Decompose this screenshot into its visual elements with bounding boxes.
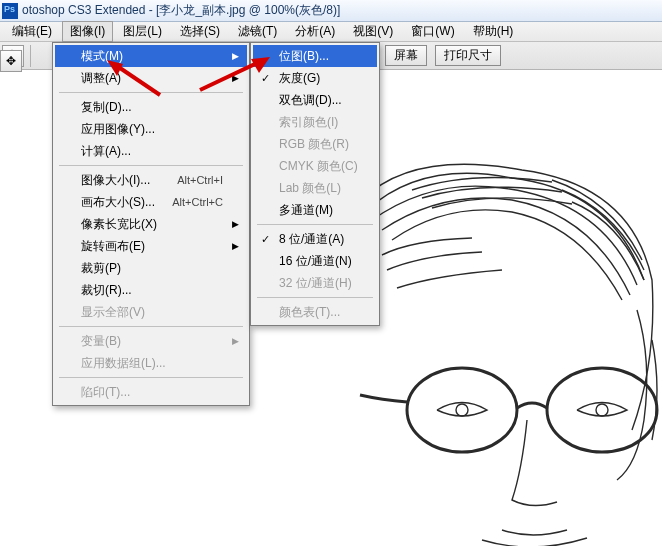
svg-point-4 — [456, 404, 468, 416]
menu-item-rgb: RGB 颜色(R) — [253, 133, 377, 155]
menu-item-color-table: 颜色表(T)... — [253, 301, 377, 323]
fit-screen-button[interactable]: 屏幕 — [385, 45, 427, 66]
app-icon — [2, 3, 18, 19]
menu-item-label: 8 位/通道(A) — [279, 231, 344, 248]
menu-item-label: CMYK 颜色(C) — [279, 158, 358, 175]
menu-help[interactable]: 帮助(H) — [465, 21, 522, 42]
menu-separator — [59, 165, 243, 166]
menu-item-label: 陷印(T)... — [81, 384, 130, 401]
menu-image[interactable]: 图像(I) — [62, 21, 113, 42]
menu-item-16bit[interactable]: 16 位/通道(N) — [253, 250, 377, 272]
menu-item-mode[interactable]: 模式(M) ▶ — [55, 45, 247, 67]
menu-bar: 编辑(E) 图像(I) 图层(L) 选择(S) 滤镜(T) 分析(A) 视图(V… — [0, 22, 662, 42]
menu-item-trap: 陷印(T)... — [55, 381, 247, 403]
menu-item-label: 图像大小(I)... — [81, 172, 150, 189]
window-title: otoshop CS3 Extended - [李小龙_副本.jpg @ 100… — [22, 2, 340, 19]
menu-separator — [59, 326, 243, 327]
svg-point-2 — [407, 368, 517, 452]
submenu-arrow-icon: ▶ — [232, 73, 239, 83]
menu-item-grayscale[interactable]: ✓ 灰度(G) — [253, 67, 377, 89]
checkmark-icon: ✓ — [261, 233, 270, 246]
menu-shortcut: Alt+Ctrl+C — [172, 196, 223, 208]
menu-item-label: 复制(D)... — [81, 99, 132, 116]
menu-item-rotate-canvas[interactable]: 旋转画布(E) ▶ — [55, 235, 247, 257]
menu-item-label: 颜色表(T)... — [279, 304, 340, 321]
menu-item-32bit: 32 位/通道(H) — [253, 272, 377, 294]
menu-item-label: 32 位/通道(H) — [279, 275, 352, 292]
menu-item-label: 模式(M) — [81, 48, 123, 65]
menu-item-label: 画布大小(S)... — [81, 194, 155, 211]
menu-item-lab: Lab 颜色(L) — [253, 177, 377, 199]
menu-separator — [257, 297, 373, 298]
menu-item-label: RGB 颜色(R) — [279, 136, 349, 153]
menu-window[interactable]: 窗口(W) — [403, 21, 462, 42]
menu-separator — [257, 224, 373, 225]
menu-item-label: 变量(B) — [81, 333, 121, 350]
menu-item-label: 裁切(R)... — [81, 282, 132, 299]
menu-item-label: 16 位/通道(N) — [279, 253, 352, 270]
menu-separator — [59, 92, 243, 93]
menu-item-label: 应用图像(Y)... — [81, 121, 155, 138]
menu-item-duotone[interactable]: 双色调(D)... — [253, 89, 377, 111]
submenu-arrow-icon: ▶ — [232, 336, 239, 346]
mode-submenu: 位图(B)... ✓ 灰度(G) 双色调(D)... 索引颜色(I) RGB 颜… — [250, 42, 380, 326]
menu-analysis[interactable]: 分析(A) — [287, 21, 343, 42]
menu-select[interactable]: 选择(S) — [172, 21, 228, 42]
menu-item-image-size[interactable]: 图像大小(I)... Alt+Ctrl+I — [55, 169, 247, 191]
menu-item-cmyk: CMYK 颜色(C) — [253, 155, 377, 177]
menu-item-label: Lab 颜色(L) — [279, 180, 341, 197]
menu-item-label: 应用数据组(L)... — [81, 355, 166, 372]
submenu-arrow-icon: ▶ — [232, 51, 239, 61]
menu-item-canvas-size[interactable]: 画布大小(S)... Alt+Ctrl+C — [55, 191, 247, 213]
print-size-button[interactable]: 打印尺寸 — [435, 45, 501, 66]
checkmark-icon: ✓ — [261, 72, 270, 85]
menu-separator — [59, 377, 243, 378]
menu-layer[interactable]: 图层(L) — [115, 21, 170, 42]
menu-view[interactable]: 视图(V) — [345, 21, 401, 42]
submenu-arrow-icon: ▶ — [232, 219, 239, 229]
menu-item-label: 像素长宽比(X) — [81, 216, 157, 233]
menu-item-bitmap[interactable]: 位图(B)... — [253, 45, 377, 67]
menu-edit[interactable]: 编辑(E) — [4, 21, 60, 42]
menu-item-reveal-all: 显示全部(V) — [55, 301, 247, 323]
menu-item-label: 灰度(G) — [279, 70, 320, 87]
menu-item-label: 计算(A)... — [81, 143, 131, 160]
menu-item-8bit[interactable]: ✓ 8 位/通道(A) — [253, 228, 377, 250]
menu-item-label: 旋转画布(E) — [81, 238, 145, 255]
menu-item-label: 显示全部(V) — [81, 304, 145, 321]
menu-item-label: 多通道(M) — [279, 202, 333, 219]
menu-item-label: 调整(A) — [81, 70, 121, 87]
menu-item-pixel-aspect[interactable]: 像素长宽比(X) ▶ — [55, 213, 247, 235]
menu-item-trim[interactable]: 裁切(R)... — [55, 279, 247, 301]
svg-point-5 — [596, 404, 608, 416]
menu-item-label: 索引颜色(I) — [279, 114, 338, 131]
document-image — [352, 160, 662, 546]
toolbar-separator — [30, 45, 31, 67]
menu-item-apply-dataset: 应用数据组(L)... — [55, 352, 247, 374]
menu-item-apply-image[interactable]: 应用图像(Y)... — [55, 118, 247, 140]
window-titlebar: otoshop CS3 Extended - [李小龙_副本.jpg @ 100… — [0, 0, 662, 22]
side-tools: ✥ — [0, 50, 22, 73]
menu-item-variables: 变量(B) ▶ — [55, 330, 247, 352]
menu-item-indexed: 索引颜色(I) — [253, 111, 377, 133]
menu-filter[interactable]: 滤镜(T) — [230, 21, 285, 42]
hand-tool-icon[interactable]: ✥ — [0, 50, 22, 72]
menu-item-crop[interactable]: 裁剪(P) — [55, 257, 247, 279]
menu-item-calculations[interactable]: 计算(A)... — [55, 140, 247, 162]
menu-item-label: 双色调(D)... — [279, 92, 342, 109]
menu-item-label: 位图(B)... — [279, 48, 329, 65]
menu-shortcut: Alt+Ctrl+I — [177, 174, 223, 186]
menu-item-duplicate[interactable]: 复制(D)... — [55, 96, 247, 118]
menu-item-adjust[interactable]: 调整(A) ▶ — [55, 67, 247, 89]
submenu-arrow-icon: ▶ — [232, 241, 239, 251]
image-dropdown-menu: 模式(M) ▶ 调整(A) ▶ 复制(D)... 应用图像(Y)... 计算(A… — [52, 42, 250, 406]
menu-item-label: 裁剪(P) — [81, 260, 121, 277]
menu-item-multichannel[interactable]: 多通道(M) — [253, 199, 377, 221]
